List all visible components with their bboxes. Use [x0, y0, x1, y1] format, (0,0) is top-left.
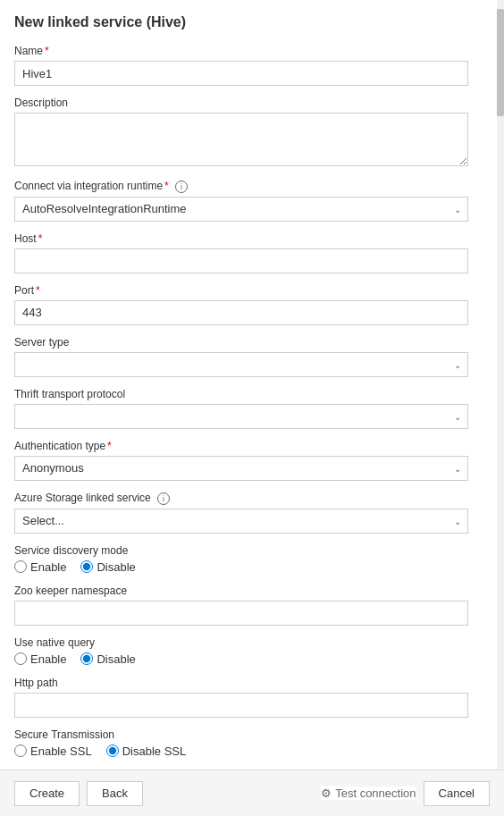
- native-query-group: Use native query Enable Disable: [14, 636, 468, 666]
- service-discovery-disable-label: Disable: [97, 560, 135, 574]
- cancel-button[interactable]: Cancel: [424, 781, 490, 806]
- secure-transmission-radio-group: Enable SSL Disable SSL: [14, 744, 468, 758]
- description-textarea[interactable]: [14, 113, 468, 166]
- http-path-label: Http path: [14, 677, 468, 689]
- server-type-select[interactable]: [14, 352, 468, 377]
- thrift-label: Thrift transport protocol: [14, 388, 468, 400]
- server-type-label: Server type: [14, 336, 468, 349]
- auth-select[interactable]: Anonymous: [14, 456, 468, 481]
- port-group: Port*: [14, 284, 468, 325]
- auth-label: Authentication type*: [14, 440, 468, 452]
- test-connection-button[interactable]: ⚙ Test connection: [321, 787, 416, 800]
- port-input[interactable]: [14, 300, 468, 325]
- disable-ssl-label: Disable SSL: [122, 744, 187, 758]
- server-type-group: Server type ⌄: [14, 336, 468, 377]
- runtime-info-icon[interactable]: i: [175, 181, 188, 193]
- name-input[interactable]: [14, 61, 468, 86]
- secure-transmission-group: Secure Transmission Enable SSL Disable S…: [14, 728, 468, 758]
- azure-storage-select-wrapper: Select... ⌄: [14, 509, 468, 534]
- host-group: Host*: [14, 232, 468, 273]
- back-button[interactable]: Back: [87, 781, 143, 806]
- description-group: Description: [14, 97, 468, 169]
- name-group: Name*: [14, 45, 468, 86]
- form-panel: New linked service (Hive) Name* Descript…: [0, 0, 483, 769]
- enable-ssl-item[interactable]: Enable SSL: [14, 744, 92, 758]
- host-label: Host*: [14, 232, 468, 245]
- service-discovery-enable-item[interactable]: Enable: [14, 560, 66, 574]
- native-query-radio-group: Enable Disable: [14, 652, 468, 666]
- port-label: Port*: [14, 284, 468, 297]
- thrift-select-wrapper: ⌄: [14, 404, 468, 429]
- thrift-group: Thrift transport protocol ⌄: [14, 388, 468, 429]
- host-required: *: [38, 232, 43, 245]
- scrollbar-thumb[interactable]: [497, 9, 504, 116]
- zoo-label: Zoo keeper namespace: [14, 585, 468, 597]
- service-discovery-disable-radio[interactable]: [80, 560, 93, 573]
- azure-storage-select[interactable]: Select...: [14, 509, 468, 534]
- scrollbar-track[interactable]: [497, 0, 504, 816]
- service-discovery-enable-radio[interactable]: [14, 560, 27, 573]
- host-input[interactable]: [14, 248, 468, 273]
- description-label: Description: [14, 97, 468, 109]
- port-required: *: [36, 284, 40, 297]
- runtime-select-wrapper: AutoResolveIntegrationRuntime ⌄: [14, 197, 468, 222]
- native-query-enable-item[interactable]: Enable: [14, 652, 66, 666]
- footer: Create Back ⚙ Test connection Cancel: [0, 770, 504, 816]
- disable-ssl-radio[interactable]: [106, 744, 119, 757]
- native-query-disable-item[interactable]: Disable: [80, 652, 135, 666]
- panel-title: New linked service (Hive): [14, 14, 468, 30]
- auth-group: Authentication type* Anonymous ⌄: [14, 440, 468, 481]
- enable-ssl-label: Enable SSL: [30, 744, 92, 758]
- create-button[interactable]: Create: [14, 781, 80, 806]
- service-discovery-label: Service discovery mode: [14, 544, 468, 557]
- native-query-enable-radio[interactable]: [14, 652, 27, 665]
- test-connection-label: Test connection: [335, 787, 416, 800]
- service-discovery-enable-label: Enable: [30, 560, 66, 574]
- disable-ssl-item[interactable]: Disable SSL: [106, 744, 187, 758]
- zoo-group: Zoo keeper namespace: [14, 585, 468, 626]
- azure-storage-label: Azure Storage linked service i: [14, 492, 468, 505]
- service-discovery-group: Service discovery mode Enable Disable: [14, 544, 468, 574]
- native-query-label: Use native query: [14, 636, 468, 649]
- azure-storage-info-icon[interactable]: i: [157, 492, 170, 505]
- runtime-required: *: [164, 180, 169, 192]
- service-discovery-radio-group: Enable Disable: [14, 560, 468, 574]
- runtime-group: Connect via integration runtime* i AutoR…: [14, 180, 468, 222]
- name-label: Name*: [14, 45, 468, 57]
- secure-transmission-label: Secure Transmission: [14, 728, 468, 741]
- enable-ssl-radio[interactable]: [14, 744, 27, 757]
- auth-select-wrapper: Anonymous ⌄: [14, 456, 468, 481]
- native-query-enable-label: Enable: [30, 652, 66, 666]
- runtime-label: Connect via integration runtime* i: [14, 180, 468, 193]
- test-connection-icon: ⚙: [321, 787, 332, 800]
- http-path-input[interactable]: [14, 693, 468, 718]
- auth-required: *: [107, 440, 112, 452]
- service-discovery-disable-item[interactable]: Disable: [80, 560, 135, 574]
- server-type-select-wrapper: ⌄: [14, 352, 468, 377]
- runtime-select[interactable]: AutoResolveIntegrationRuntime: [14, 197, 468, 222]
- azure-storage-group: Azure Storage linked service i Select...…: [14, 492, 468, 534]
- zoo-input[interactable]: [14, 601, 468, 626]
- http-path-group: Http path: [14, 677, 468, 718]
- native-query-disable-radio[interactable]: [80, 652, 93, 665]
- thrift-select[interactable]: [14, 404, 468, 429]
- name-required: *: [45, 45, 49, 57]
- native-query-disable-label: Disable: [97, 652, 135, 666]
